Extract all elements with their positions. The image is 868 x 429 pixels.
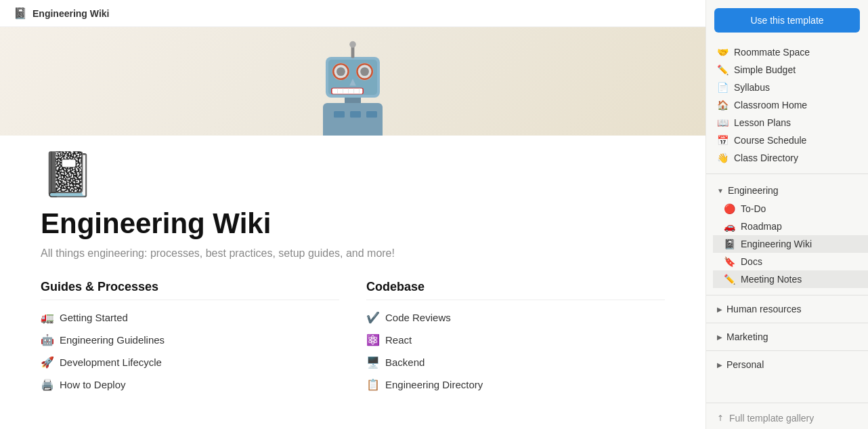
list-item[interactable]: 🖨️ How to Deploy	[41, 377, 339, 392]
sidebar-item-label: Docs	[741, 256, 762, 267]
engineering-group-header[interactable]: ▼ Engineering	[706, 181, 868, 200]
item-label: Engineering Guidelines	[60, 334, 165, 346]
sidebar-divider-1	[706, 173, 868, 174]
human-resources-group-label: Human resources	[726, 304, 802, 314]
sidebar-item-class-directory[interactable]: 👋 Class Directory	[706, 149, 868, 167]
full-gallery-label: Full template gallery	[729, 413, 814, 424]
human-resources-group-header[interactable]: ▶ Human resources	[706, 300, 868, 319]
personal-group-header[interactable]: ▶ Personal	[706, 355, 868, 374]
sidebar-divider-2	[706, 295, 868, 295]
sidebar-item-label: Engineering Wiki	[741, 239, 812, 249]
sidebar-divider-5	[706, 403, 868, 403]
budget-icon: ✏️	[717, 64, 729, 75]
svg-rect-14	[332, 88, 363, 94]
codebase-title: Codebase	[366, 280, 665, 300]
sidebar: Use this template 🤝 Roommate Space ✏️ Si…	[706, 0, 868, 429]
list-item[interactable]: 🚛 Getting Started	[41, 310, 339, 325]
expand-triangle-icon: ▼	[717, 187, 724, 195]
item-label: Backend	[385, 356, 425, 368]
class-directory-icon: 👋	[717, 152, 729, 163]
list-item[interactable]: 📋 Engineering Directory	[366, 377, 665, 392]
sidebar-item-label: Simple Budget	[734, 64, 796, 75]
sidebar-item-todo[interactable]: 🔴 To-Do	[713, 200, 868, 218]
header-icon: 📓	[14, 7, 27, 20]
wiki-page-icon: 📓	[41, 149, 665, 200]
item-icon: ⚛️	[366, 333, 380, 346]
item-icon: 📋	[366, 378, 380, 391]
roadmap-icon: 🚗	[724, 221, 735, 232]
sidebar-item-budget[interactable]: ✏️ Simple Budget	[706, 61, 868, 79]
list-item[interactable]: 🤖 Engineering Guidelines	[41, 332, 339, 348]
svg-point-21	[349, 41, 356, 48]
lesson-plans-icon: 📖	[717, 117, 729, 128]
sidebar-item-engineering-wiki[interactable]: 📓 Engineering Wiki	[713, 235, 868, 253]
marketing-triangle-icon: ▶	[717, 333, 722, 341]
content-columns: Guides & Processes 🚛 Getting Started 🤖 E…	[41, 280, 665, 392]
sidebar-item-label: Syllabus	[734, 82, 770, 93]
sidebar-item-label: Classroom Home	[734, 100, 807, 110]
sidebar-divider-3	[706, 323, 868, 323]
list-item[interactable]: 🚀 Development Lifecycle	[41, 354, 339, 370]
list-item[interactable]: 🖥️ Backend	[366, 354, 665, 370]
engineering-sub-items: 🔴 To-Do 🚗 Roadmap 📓 Engineering Wiki 🔖 D…	[706, 200, 868, 288]
guides-title: Guides & Processes	[41, 280, 339, 300]
sidebar-item-classroom[interactable]: 🏠 Classroom Home	[706, 96, 868, 114]
header-bar: 📓 Engineering Wiki	[0, 0, 706, 27]
syllabus-icon: 📄	[717, 82, 729, 93]
item-label: Code Reviews	[385, 312, 451, 323]
list-item[interactable]: ⚛️ React	[366, 332, 665, 348]
sidebar-item-label: Roadmap	[741, 221, 782, 232]
sidebar-item-lesson-plans[interactable]: 📖 Lesson Plans	[706, 114, 868, 131]
sidebar-item-syllabus[interactable]: 📄 Syllabus	[706, 79, 868, 96]
guides-list: 🚛 Getting Started 🤖 Engineering Guidelin…	[41, 310, 339, 392]
codebase-column: Codebase ✔️ Code Reviews ⚛️ React 🖥️ Bac…	[366, 280, 665, 392]
sidebar-item-label: To-Do	[741, 203, 766, 214]
hero-banner	[0, 27, 706, 136]
list-item[interactable]: ✔️ Code Reviews	[366, 310, 665, 325]
item-icon: 🚛	[41, 311, 54, 324]
full-gallery-link[interactable]: ↗ Full template gallery	[706, 407, 868, 429]
header-title-text: Engineering Wiki	[32, 8, 109, 19]
item-label: Engineering Directory	[385, 379, 483, 390]
use-template-button[interactable]: Use this template	[714, 8, 860, 33]
item-icon: 🤖	[41, 333, 54, 346]
engineering-section: ▼ Engineering 🔴 To-Do 🚗 Roadmap 📓 Engine…	[706, 178, 868, 291]
item-icon: 🚀	[41, 356, 54, 369]
sidebar-item-roommate[interactable]: 🤝 Roommate Space	[706, 43, 868, 61]
sidebar-item-docs[interactable]: 🔖 Docs	[713, 253, 868, 270]
svg-rect-23	[350, 111, 361, 118]
item-icon: 🖨️	[41, 378, 54, 391]
sidebar-divider-4	[706, 350, 868, 351]
item-label: Development Lifecycle	[60, 356, 162, 368]
wiki-title: Engineering Wiki	[41, 207, 665, 241]
sidebar-item-course-schedule[interactable]: 📅 Course Schedule	[706, 131, 868, 149]
engineering-group-label: Engineering	[728, 185, 779, 196]
docs-icon: 🔖	[724, 256, 735, 267]
meeting-notes-icon: ✏️	[724, 274, 735, 285]
sidebar-item-meeting-notes[interactable]: ✏️ Meeting Notes	[713, 270, 868, 288]
sidebar-item-label: Lesson Plans	[734, 117, 791, 128]
roommate-icon: 🤝	[717, 47, 729, 58]
svg-rect-20	[351, 46, 355, 58]
sidebar-item-label: Meeting Notes	[741, 274, 802, 285]
template-section: 🤝 Roommate Space ✏️ Simple Budget 📄 Syll…	[706, 41, 868, 169]
codebase-list: ✔️ Code Reviews ⚛️ React 🖥️ Backend 📋 En…	[366, 310, 665, 392]
marketing-group-label: Marketing	[726, 331, 768, 342]
item-label: Getting Started	[60, 312, 128, 323]
sidebar-item-label: Roommate Space	[734, 47, 810, 58]
sidebar-item-label: Class Directory	[734, 152, 798, 163]
item-icon: ✔️	[366, 311, 380, 324]
course-schedule-icon: 📅	[717, 135, 729, 146]
item-icon: 🖥️	[366, 356, 380, 369]
collapse-triangle-icon: ▶	[717, 306, 722, 313]
guides-column: Guides & Processes 🚛 Getting Started 🤖 E…	[41, 280, 339, 392]
classroom-icon: 🏠	[717, 100, 729, 110]
marketing-group-header[interactable]: ▶ Marketing	[706, 327, 868, 346]
todo-icon: 🔴	[724, 203, 735, 214]
svg-point-6	[337, 67, 345, 76]
svg-rect-24	[366, 111, 377, 118]
item-label: How to Deploy	[60, 379, 126, 390]
sidebar-item-label: Course Schedule	[734, 135, 806, 146]
sidebar-item-roadmap[interactable]: 🚗 Roadmap	[713, 218, 868, 235]
item-label: React	[385, 334, 412, 346]
